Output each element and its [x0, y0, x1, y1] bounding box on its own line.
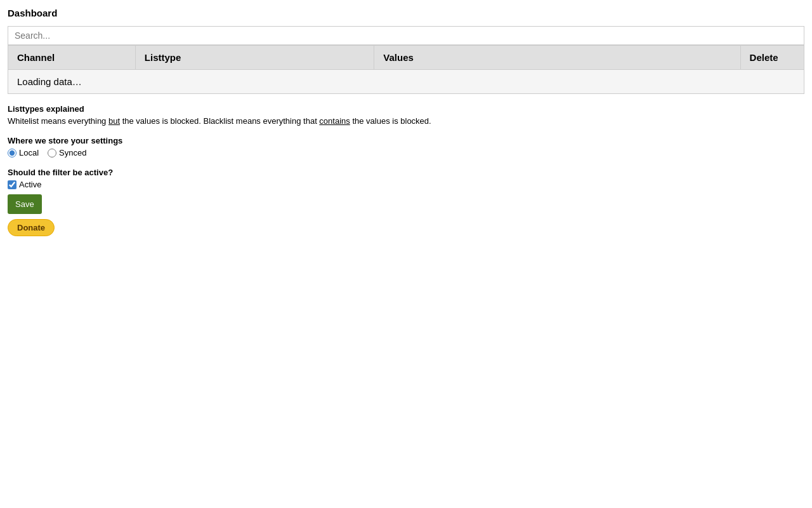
column-header-values: Values: [374, 46, 740, 70]
desc-prefix: Whitelist means everything: [8, 116, 108, 126]
storage-local-radio[interactable]: [8, 149, 16, 157]
active-section: Should the filter be active? Active: [8, 168, 804, 189]
desc-contains: contains: [319, 116, 350, 126]
storage-radio-group: Local Synced: [8, 148, 804, 157]
table-row: Loading data…: [8, 70, 804, 94]
search-input[interactable]: [8, 26, 804, 45]
storage-synced-radio[interactable]: [48, 149, 56, 157]
storage-synced-label: Synced: [59, 148, 86, 157]
column-header-channel: Channel: [8, 46, 136, 70]
listtypes-title: Listtypes explained: [8, 104, 804, 114]
active-checkbox-label: Active: [19, 180, 41, 189]
table-header-row: Channel Listtype Values Delete: [8, 46, 804, 70]
storage-local-label: Local: [19, 148, 39, 157]
main-table: Channel Listtype Values Delete Loading d…: [8, 45, 804, 94]
storage-section: Where we store your settings Local Synce…: [8, 136, 804, 157]
search-container: Channel Listtype Values Delete Loading d…: [8, 26, 804, 94]
storage-title: Where we store your settings: [8, 136, 804, 145]
listtypes-description: Whitelist means everything but the value…: [8, 116, 804, 126]
save-button[interactable]: Save: [8, 194, 42, 214]
column-header-listtype: Listtype: [135, 46, 374, 70]
desc-but: but: [108, 116, 120, 126]
page-title: Dashboard: [8, 8, 804, 18]
listtypes-section: Listtypes explained Whitelist means ever…: [8, 104, 804, 126]
active-checkbox[interactable]: [8, 180, 16, 189]
donate-button[interactable]: Donate: [8, 219, 55, 236]
storage-synced-option[interactable]: Synced: [48, 148, 86, 157]
storage-local-option[interactable]: Local: [8, 148, 39, 157]
desc-middle: the values is blocked. Blacklist means e…: [120, 116, 319, 126]
loading-cell: Loading data…: [8, 70, 804, 94]
column-header-delete: Delete: [740, 46, 804, 70]
active-title: Should the filter be active?: [8, 168, 804, 177]
desc-suffix: the values is blocked.: [350, 116, 431, 126]
active-checkbox-group: Active: [8, 180, 804, 189]
